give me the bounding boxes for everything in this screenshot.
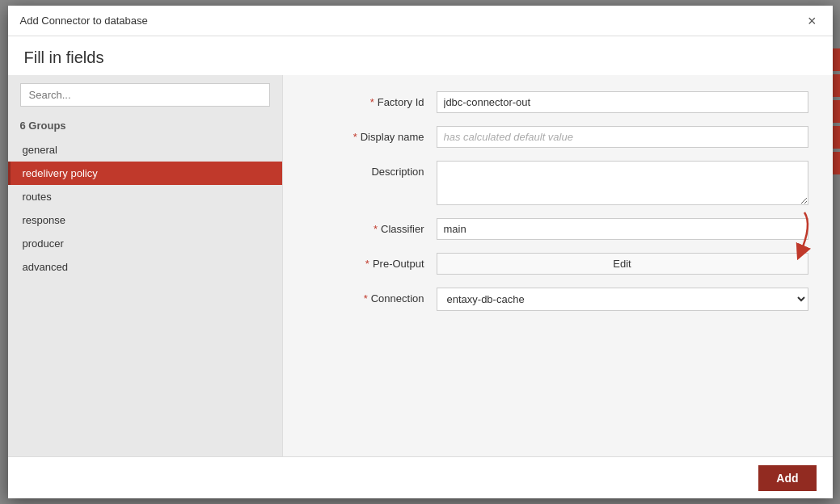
pre-output-label: *Pre-Output: [307, 253, 437, 270]
required-star-3: *: [374, 223, 378, 235]
add-button[interactable]: Add: [758, 465, 816, 491]
factory-id-label: *Factory Id: [307, 91, 437, 108]
required-star-4: *: [365, 258, 369, 270]
main-content: *Factory Id *Display name: [283, 75, 833, 456]
description-label: Description: [307, 161, 437, 178]
required-star-5: *: [364, 292, 368, 304]
sidebar-item-response[interactable]: response: [8, 208, 282, 232]
connection-select[interactable]: entaxy-db-cache: [437, 288, 808, 311]
search-wrapper: [8, 75, 282, 115]
form-row-connection: *Connection entaxy-db-cache: [307, 288, 808, 311]
description-input[interactable]: [437, 161, 808, 205]
form-row-classifier: *Classifier: [307, 218, 808, 240]
form-row-description: Description: [307, 161, 808, 205]
groups-label: 6 Groups: [8, 115, 282, 138]
required-star: *: [370, 96, 374, 108]
dialog-header: Fill in fields: [8, 36, 833, 75]
sidebar-item-redelivery-policy[interactable]: redelivery policy: [8, 162, 282, 185]
dialog-overlay: Add Connector to database × Fill in fiel…: [0, 0, 840, 504]
classifier-label: *Classifier: [307, 218, 437, 235]
dialog: Add Connector to database × Fill in fiel…: [8, 6, 833, 498]
search-input[interactable]: [20, 83, 270, 107]
nav-list: general redelivery policy routes respons…: [8, 138, 282, 456]
display-name-label: *Display name: [307, 126, 437, 143]
close-button[interactable]: ×: [804, 12, 821, 30]
dialog-heading: Fill in fields: [24, 48, 817, 67]
connection-label: *Connection: [307, 288, 437, 304]
dialog-footer: Add: [8, 456, 833, 498]
display-name-input[interactable]: [437, 126, 808, 148]
required-star-2: *: [353, 131, 357, 143]
sidebar-item-advanced[interactable]: advanced: [8, 255, 282, 279]
form-row-pre-output: *Pre-Output Edit: [307, 253, 808, 275]
form-row-factory-id: *Factory Id: [307, 91, 808, 113]
dialog-title: Add Connector to database: [20, 15, 148, 27]
classifier-input[interactable]: [437, 218, 808, 240]
pre-output-edit-button[interactable]: Edit: [437, 253, 808, 275]
sidebar-item-general[interactable]: general: [8, 138, 282, 162]
form-fields-area: *Factory Id *Display name: [307, 91, 808, 311]
red-arrow-annotation: [756, 208, 821, 269]
dialog-body: 6 Groups general redelivery policy route…: [8, 75, 833, 456]
sidebar-item-producer[interactable]: producer: [8, 232, 282, 255]
sidebar: 6 Groups general redelivery policy route…: [8, 75, 283, 456]
dialog-titlebar: Add Connector to database ×: [8, 6, 833, 36]
factory-id-input[interactable]: [437, 91, 808, 113]
sidebar-item-routes[interactable]: routes: [8, 185, 282, 208]
form-row-display-name: *Display name: [307, 126, 808, 148]
